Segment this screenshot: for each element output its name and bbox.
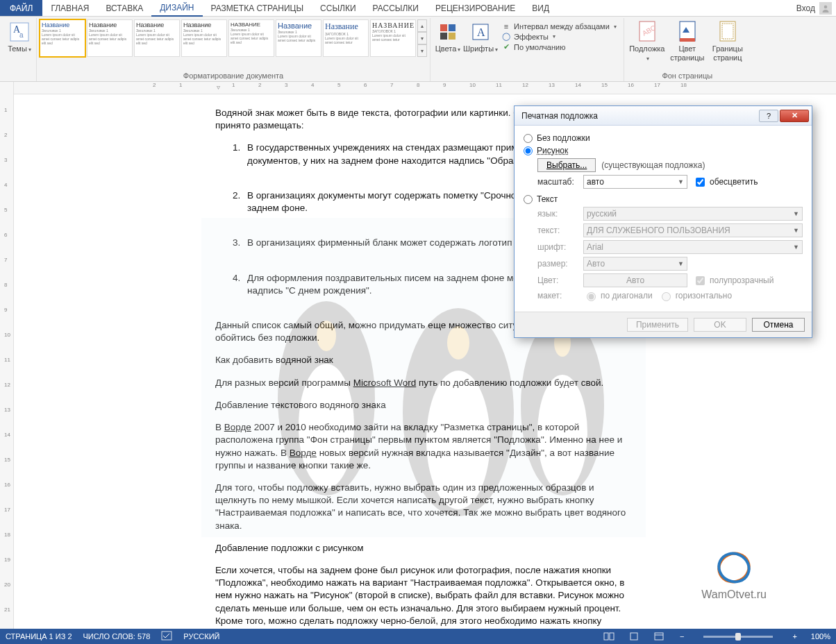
svg-rect-4 bbox=[440, 24, 447, 31]
svg-rect-6 bbox=[440, 33, 447, 40]
style-thumb-5[interactable]: НазваниеЗаголовок 1Lorem ipsum dolor sit… bbox=[276, 19, 321, 57]
style-more-icon[interactable]: ▾ bbox=[417, 44, 427, 57]
radio-picture[interactable]: Рисунок bbox=[524, 146, 803, 155]
document-styles-gallery: НазваниеЗаголовок 1Lorem ipsum dolor sit… bbox=[40, 19, 427, 65]
svg-rect-32 bbox=[655, 633, 663, 640]
lang-label: язык: bbox=[537, 209, 578, 219]
washout-checkbox[interactable]: обесцветить bbox=[693, 176, 758, 189]
apply-button: Применить bbox=[627, 318, 688, 332]
colors-icon bbox=[437, 21, 459, 43]
ribbon: Aa Темы▾ НазваниеЗаголовок 1Lorem ipsum … bbox=[0, 17, 836, 82]
themes-button[interactable]: Aa Темы▾ bbox=[6, 19, 33, 53]
svg-text:A: A bbox=[477, 26, 485, 38]
cancel-button[interactable]: Отмена bbox=[752, 318, 805, 332]
menu-review[interactable]: РЕЦЕНЗИРОВАНИЕ bbox=[427, 0, 524, 16]
style-thumb-2[interactable]: НазваниеЗаголовок 1Lorem ipsum dolor sit… bbox=[134, 19, 180, 57]
page-borders-button[interactable]: Границы страниц bbox=[708, 19, 748, 62]
font-select: Arial▼ bbox=[583, 240, 803, 254]
effects-button[interactable]: ◯ Эффекты▾ bbox=[501, 32, 617, 41]
status-words[interactable]: ЧИСЛО СЛОВ: 578 bbox=[83, 632, 151, 641]
semitransparent-checkbox: полупрозрачный bbox=[693, 274, 774, 287]
layout-horizontal-radio: горизонтально bbox=[658, 290, 732, 301]
dialog-title: Печатная подложка bbox=[521, 111, 598, 121]
bg-group-label: Фон страницы bbox=[662, 70, 712, 81]
radio-no-watermark[interactable]: Без подложки bbox=[524, 133, 803, 143]
zoom-out-button[interactable]: − bbox=[677, 632, 687, 641]
status-bar: СТРАНИЦА 1 ИЗ 2 ЧИСЛО СЛОВ: 578 РУССКИЙ … bbox=[0, 629, 836, 644]
fonts-button[interactable]: A Шрифты▾ bbox=[462, 19, 499, 53]
menu-file[interactable]: ФАЙЛ bbox=[0, 0, 42, 16]
style-up-icon[interactable]: ▴ bbox=[417, 19, 427, 32]
menu-insert[interactable]: ВСТАВКА bbox=[97, 0, 151, 16]
style-down-icon[interactable]: ▾ bbox=[417, 32, 427, 44]
ok-button: OK bbox=[694, 318, 746, 332]
doc-paragraph[interactable]: Для того, чтобы подложку вставить, нужно… bbox=[215, 482, 632, 532]
style-gallery-scroll[interactable]: ▴ ▾ ▾ bbox=[417, 19, 427, 57]
color-label: Цвет: bbox=[537, 276, 578, 285]
indent-marker-icon[interactable]: ▿ bbox=[217, 83, 220, 91]
choose-picture-button[interactable]: Выбрать... bbox=[537, 158, 596, 172]
menu-home[interactable]: ГЛАВНАЯ bbox=[42, 0, 97, 16]
svg-rect-13 bbox=[680, 38, 695, 42]
menu-design[interactable]: ДИЗАЙН bbox=[151, 0, 202, 17]
size-label: размер: bbox=[537, 259, 578, 269]
style-thumb-7[interactable]: НАЗВАНИЕЗАГОЛОВОК 1Lorem ipsum dolor sit… bbox=[370, 19, 416, 57]
existing-watermark-label: (существующая подложка) bbox=[601, 160, 705, 170]
scale-select[interactable]: авто▼ bbox=[583, 175, 687, 189]
dialog-help-button[interactable]: ? bbox=[759, 110, 778, 122]
fonts-icon: A bbox=[469, 21, 492, 43]
colors-button[interactable]: Цвета▾ bbox=[433, 19, 462, 53]
page-borders-icon bbox=[717, 21, 739, 43]
view-web-icon[interactable] bbox=[652, 631, 666, 642]
doc-paragraph[interactable]: Как добавить водяной знак bbox=[215, 354, 632, 366]
set-default-button[interactable]: ✔ По умолчанию bbox=[501, 42, 617, 51]
size-select: Авто▼ bbox=[583, 257, 687, 271]
user-avatar-icon bbox=[819, 2, 832, 15]
style-thumb-4[interactable]: НАЗВАНИЕЗаголовок 1Lorem ipsum dolor sit… bbox=[228, 19, 274, 57]
view-print-icon[interactable] bbox=[627, 631, 641, 642]
styles-group-label: Форматирование документа bbox=[183, 70, 283, 81]
doc-paragraph[interactable]: Добавление текстового водяного знака bbox=[215, 399, 632, 412]
vertical-ruler: 1 2 3 4 5 6 7 8 9 10 11 12 13 14 15 16 1… bbox=[0, 82, 14, 629]
zoom-level[interactable]: 100% bbox=[811, 632, 830, 641]
page-color-button[interactable]: Цвет страницы bbox=[667, 19, 708, 62]
style-thumb-3[interactable]: НазваниеЗаголовок 1Lorem ipsum dolor sit… bbox=[181, 19, 227, 57]
watermark-button[interactable]: ABC Подложка▾ bbox=[627, 19, 667, 62]
site-logo: WamOtvet.ru bbox=[701, 550, 767, 601]
zoom-slider[interactable] bbox=[703, 636, 773, 638]
spellcheck-icon[interactable] bbox=[161, 631, 172, 642]
menu-mail[interactable]: РАССЫЛКИ bbox=[365, 0, 427, 16]
doc-paragraph[interactable]: Для разных версий программы Microsoft Wo… bbox=[215, 377, 632, 389]
svg-point-0 bbox=[824, 5, 828, 8]
zoom-in-button[interactable]: + bbox=[789, 632, 799, 641]
watermark-icon: ABC bbox=[636, 21, 658, 43]
color-select: Авто bbox=[583, 273, 687, 287]
style-thumb-0[interactable]: НазваниеЗаголовок 1Lorem ipsum dolor sit… bbox=[40, 19, 85, 57]
watermark-dialog: Печатная подложка ? ✕ Без подложки Рисун… bbox=[514, 105, 812, 338]
menu-view[interactable]: ВИД bbox=[524, 0, 558, 16]
spacing-icon: ≡ bbox=[501, 22, 511, 31]
doc-paragraph[interactable]: Добавление подложки с рисунком bbox=[215, 542, 632, 554]
style-thumb-6[interactable]: НазваниеЗАГОЛОВОК 1Lorem ipsum dolor sit… bbox=[323, 19, 369, 57]
effects-icon: ◯ bbox=[501, 32, 511, 41]
doc-paragraph[interactable]: Если хочется, чтобы на заднем фоне был р… bbox=[215, 564, 632, 629]
menu-layout[interactable]: РАЗМЕТКА СТРАНИЦЫ bbox=[203, 0, 312, 16]
paragraph-spacing-button[interactable]: ≡ Интервал между абзацами▾ bbox=[501, 22, 617, 31]
text-select: ДЛЯ СЛУЖЕБНОГО ПОЛЬЗОВАНИЯ▼ bbox=[583, 223, 803, 237]
radio-text[interactable]: Текст bbox=[524, 194, 803, 204]
doc-paragraph[interactable]: В Ворде 2007 и 2010 необходимо зайти на … bbox=[215, 421, 632, 472]
svg-point-27 bbox=[714, 550, 754, 586]
menu-links[interactable]: ССЫЛКИ bbox=[312, 0, 364, 16]
svg-rect-29 bbox=[604, 633, 608, 640]
login-link[interactable]: Вход bbox=[796, 0, 836, 16]
dialog-close-button[interactable]: ✕ bbox=[780, 110, 809, 122]
svg-rect-31 bbox=[630, 633, 637, 640]
style-thumb-1[interactable]: НазваниеЗаголовок 1Lorem ipsum dolor sit… bbox=[87, 19, 133, 57]
status-lang[interactable]: РУССКИЙ bbox=[183, 632, 219, 641]
status-page[interactable]: СТРАНИЦА 1 ИЗ 2 bbox=[6, 632, 72, 641]
svg-text:a: a bbox=[19, 31, 24, 39]
font-label: шрифт: bbox=[537, 242, 578, 252]
lang-select: русский▼ bbox=[583, 207, 803, 221]
view-read-icon[interactable] bbox=[602, 631, 616, 642]
dialog-titlebar[interactable]: Печатная подложка ? ✕ bbox=[515, 106, 812, 126]
